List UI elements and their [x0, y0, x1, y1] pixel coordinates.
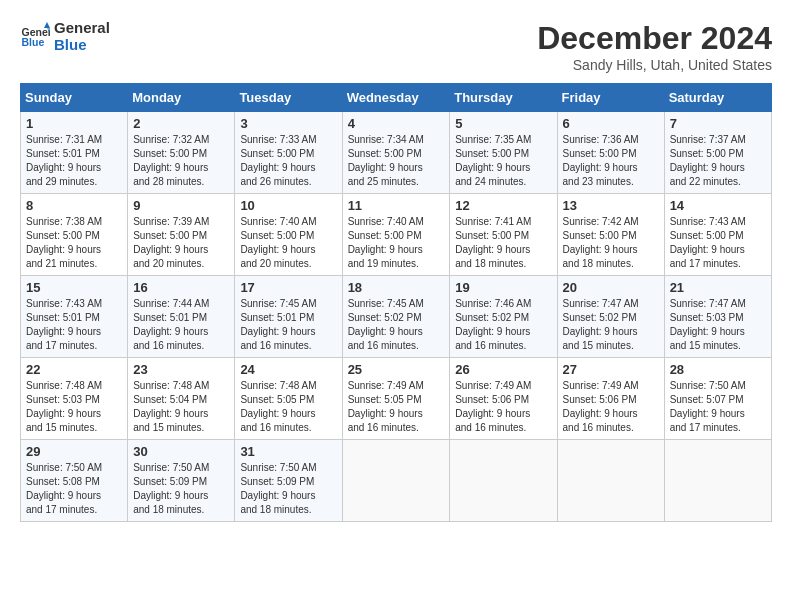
day-info: Sunrise: 7:47 AMSunset: 5:02 PMDaylight:…	[563, 297, 659, 353]
col-sunday: Sunday	[21, 84, 128, 112]
day-info: Sunrise: 7:36 AMSunset: 5:00 PMDaylight:…	[563, 133, 659, 189]
day-number: 27	[563, 362, 659, 377]
day-number: 13	[563, 198, 659, 213]
calendar-cell: 12Sunrise: 7:41 AMSunset: 5:00 PMDayligh…	[450, 194, 557, 276]
day-info: Sunrise: 7:50 AMSunset: 5:07 PMDaylight:…	[670, 379, 766, 435]
calendar-cell: 21Sunrise: 7:47 AMSunset: 5:03 PMDayligh…	[664, 276, 771, 358]
day-info: Sunrise: 7:49 AMSunset: 5:06 PMDaylight:…	[455, 379, 551, 435]
calendar-cell	[664, 440, 771, 522]
col-wednesday: Wednesday	[342, 84, 450, 112]
col-saturday: Saturday	[664, 84, 771, 112]
day-info: Sunrise: 7:41 AMSunset: 5:00 PMDaylight:…	[455, 215, 551, 271]
day-number: 19	[455, 280, 551, 295]
calendar-cell: 2Sunrise: 7:32 AMSunset: 5:00 PMDaylight…	[128, 112, 235, 194]
day-number: 18	[348, 280, 445, 295]
day-info: Sunrise: 7:49 AMSunset: 5:06 PMDaylight:…	[563, 379, 659, 435]
title-area: December 2024 Sandy Hills, Utah, United …	[537, 20, 772, 73]
col-friday: Friday	[557, 84, 664, 112]
calendar-cell: 20Sunrise: 7:47 AMSunset: 5:02 PMDayligh…	[557, 276, 664, 358]
logo-icon: General Blue	[20, 22, 50, 52]
day-info: Sunrise: 7:48 AMSunset: 5:03 PMDaylight:…	[26, 379, 122, 435]
day-number: 9	[133, 198, 229, 213]
day-number: 4	[348, 116, 445, 131]
day-info: Sunrise: 7:31 AMSunset: 5:01 PMDaylight:…	[26, 133, 122, 189]
day-number: 2	[133, 116, 229, 131]
day-info: Sunrise: 7:40 AMSunset: 5:00 PMDaylight:…	[348, 215, 445, 271]
calendar-week-4: 29Sunrise: 7:50 AMSunset: 5:08 PMDayligh…	[21, 440, 772, 522]
calendar-cell: 30Sunrise: 7:50 AMSunset: 5:09 PMDayligh…	[128, 440, 235, 522]
calendar-cell: 8Sunrise: 7:38 AMSunset: 5:00 PMDaylight…	[21, 194, 128, 276]
calendar-cell	[450, 440, 557, 522]
day-number: 14	[670, 198, 766, 213]
day-number: 21	[670, 280, 766, 295]
day-number: 25	[348, 362, 445, 377]
day-info: Sunrise: 7:42 AMSunset: 5:00 PMDaylight:…	[563, 215, 659, 271]
calendar-cell: 24Sunrise: 7:48 AMSunset: 5:05 PMDayligh…	[235, 358, 342, 440]
location: Sandy Hills, Utah, United States	[537, 57, 772, 73]
day-number: 24	[240, 362, 336, 377]
day-number: 7	[670, 116, 766, 131]
calendar-cell: 15Sunrise: 7:43 AMSunset: 5:01 PMDayligh…	[21, 276, 128, 358]
day-info: Sunrise: 7:50 AMSunset: 5:09 PMDaylight:…	[133, 461, 229, 517]
calendar-cell: 28Sunrise: 7:50 AMSunset: 5:07 PMDayligh…	[664, 358, 771, 440]
day-number: 6	[563, 116, 659, 131]
day-number: 28	[670, 362, 766, 377]
calendar-week-3: 22Sunrise: 7:48 AMSunset: 5:03 PMDayligh…	[21, 358, 772, 440]
day-info: Sunrise: 7:48 AMSunset: 5:04 PMDaylight:…	[133, 379, 229, 435]
day-info: Sunrise: 7:39 AMSunset: 5:00 PMDaylight:…	[133, 215, 229, 271]
day-info: Sunrise: 7:37 AMSunset: 5:00 PMDaylight:…	[670, 133, 766, 189]
col-thursday: Thursday	[450, 84, 557, 112]
day-number: 22	[26, 362, 122, 377]
day-number: 15	[26, 280, 122, 295]
page-header: General Blue General Blue December 2024 …	[20, 20, 772, 73]
day-number: 20	[563, 280, 659, 295]
calendar-cell	[557, 440, 664, 522]
calendar-cell: 14Sunrise: 7:43 AMSunset: 5:00 PMDayligh…	[664, 194, 771, 276]
col-tuesday: Tuesday	[235, 84, 342, 112]
calendar-week-2: 15Sunrise: 7:43 AMSunset: 5:01 PMDayligh…	[21, 276, 772, 358]
calendar-cell: 29Sunrise: 7:50 AMSunset: 5:08 PMDayligh…	[21, 440, 128, 522]
calendar-cell: 5Sunrise: 7:35 AMSunset: 5:00 PMDaylight…	[450, 112, 557, 194]
day-info: Sunrise: 7:49 AMSunset: 5:05 PMDaylight:…	[348, 379, 445, 435]
calendar-cell: 4Sunrise: 7:34 AMSunset: 5:00 PMDaylight…	[342, 112, 450, 194]
logo-line1: General	[54, 20, 110, 37]
day-number: 30	[133, 444, 229, 459]
day-number: 16	[133, 280, 229, 295]
day-info: Sunrise: 7:50 AMSunset: 5:09 PMDaylight:…	[240, 461, 336, 517]
day-info: Sunrise: 7:48 AMSunset: 5:05 PMDaylight:…	[240, 379, 336, 435]
day-info: Sunrise: 7:34 AMSunset: 5:00 PMDaylight:…	[348, 133, 445, 189]
calendar-cell: 17Sunrise: 7:45 AMSunset: 5:01 PMDayligh…	[235, 276, 342, 358]
logo: General Blue General Blue	[20, 20, 110, 53]
logo-line2: Blue	[54, 37, 110, 54]
day-number: 23	[133, 362, 229, 377]
calendar-cell: 3Sunrise: 7:33 AMSunset: 5:00 PMDaylight…	[235, 112, 342, 194]
header-row: Sunday Monday Tuesday Wednesday Thursday…	[21, 84, 772, 112]
calendar-cell: 11Sunrise: 7:40 AMSunset: 5:00 PMDayligh…	[342, 194, 450, 276]
calendar-cell: 19Sunrise: 7:46 AMSunset: 5:02 PMDayligh…	[450, 276, 557, 358]
day-number: 10	[240, 198, 336, 213]
day-number: 8	[26, 198, 122, 213]
day-info: Sunrise: 7:45 AMSunset: 5:02 PMDaylight:…	[348, 297, 445, 353]
day-number: 31	[240, 444, 336, 459]
calendar-cell: 6Sunrise: 7:36 AMSunset: 5:00 PMDaylight…	[557, 112, 664, 194]
day-number: 1	[26, 116, 122, 131]
calendar-cell: 18Sunrise: 7:45 AMSunset: 5:02 PMDayligh…	[342, 276, 450, 358]
day-info: Sunrise: 7:38 AMSunset: 5:00 PMDaylight:…	[26, 215, 122, 271]
day-info: Sunrise: 7:35 AMSunset: 5:00 PMDaylight:…	[455, 133, 551, 189]
day-number: 12	[455, 198, 551, 213]
day-number: 29	[26, 444, 122, 459]
day-number: 17	[240, 280, 336, 295]
day-number: 26	[455, 362, 551, 377]
day-number: 11	[348, 198, 445, 213]
col-monday: Monday	[128, 84, 235, 112]
month-title: December 2024	[537, 20, 772, 57]
day-number: 3	[240, 116, 336, 131]
day-info: Sunrise: 7:44 AMSunset: 5:01 PMDaylight:…	[133, 297, 229, 353]
day-info: Sunrise: 7:32 AMSunset: 5:00 PMDaylight:…	[133, 133, 229, 189]
day-info: Sunrise: 7:45 AMSunset: 5:01 PMDaylight:…	[240, 297, 336, 353]
calendar-cell: 7Sunrise: 7:37 AMSunset: 5:00 PMDaylight…	[664, 112, 771, 194]
calendar-cell: 13Sunrise: 7:42 AMSunset: 5:00 PMDayligh…	[557, 194, 664, 276]
day-info: Sunrise: 7:47 AMSunset: 5:03 PMDaylight:…	[670, 297, 766, 353]
day-info: Sunrise: 7:40 AMSunset: 5:00 PMDaylight:…	[240, 215, 336, 271]
calendar-cell: 9Sunrise: 7:39 AMSunset: 5:00 PMDaylight…	[128, 194, 235, 276]
